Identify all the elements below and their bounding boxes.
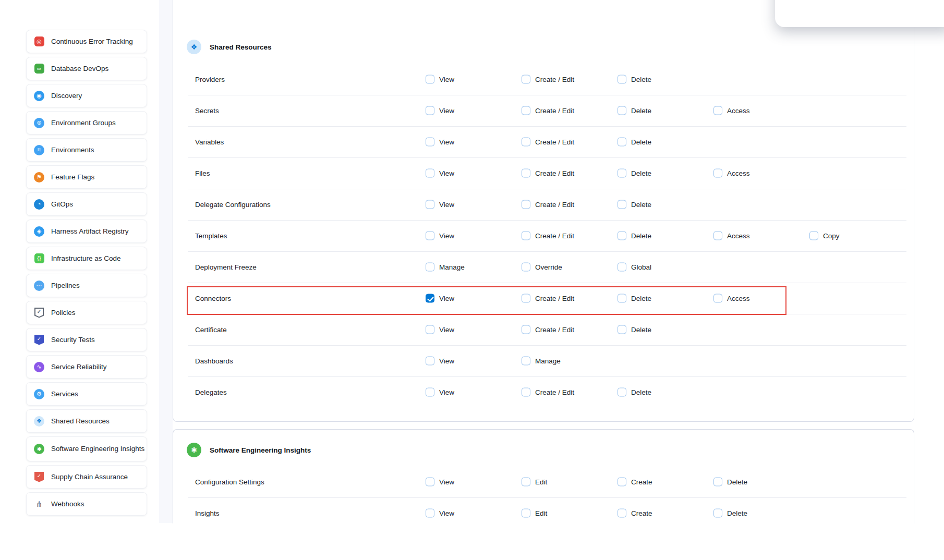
checkbox-unchecked[interactable] xyxy=(522,169,530,178)
permission-access[interactable]: Access xyxy=(713,232,750,240)
checkbox-unchecked[interactable] xyxy=(522,357,530,366)
sidebar-item-shared-resources[interactable]: ❖Shared Resources xyxy=(26,409,147,433)
permission-delete[interactable]: Delete xyxy=(618,388,651,397)
permission-delete[interactable]: Delete xyxy=(713,478,747,486)
sidebar-item-database-devops[interactable]: ∞Database DevOps xyxy=(26,57,147,80)
checkbox-unchecked[interactable] xyxy=(522,263,530,272)
permission-view[interactable]: View xyxy=(426,232,454,240)
permission-create-edit[interactable]: Create / Edit xyxy=(522,200,574,209)
checkbox-unchecked[interactable] xyxy=(426,388,434,397)
permission-view[interactable]: View xyxy=(426,106,454,115)
sidebar-item-policies[interactable]: ✓Policies xyxy=(26,301,147,324)
permission-create[interactable]: Create xyxy=(618,509,652,518)
permission-access[interactable]: Access xyxy=(713,169,750,178)
permission-delete[interactable]: Delete xyxy=(618,325,651,334)
checkbox-unchecked[interactable] xyxy=(618,138,626,147)
checkbox-unchecked[interactable] xyxy=(713,232,722,240)
permission-view[interactable]: View xyxy=(426,388,454,397)
checkbox-unchecked[interactable] xyxy=(713,169,722,178)
sidebar-item-software-engineering-insights[interactable]: ✱Software Engineering Insights xyxy=(26,436,147,461)
permission-access[interactable]: Access xyxy=(713,294,750,303)
checkbox-unchecked[interactable] xyxy=(522,138,530,147)
checkbox-unchecked[interactable] xyxy=(426,106,434,115)
permission-create-edit[interactable]: Create / Edit xyxy=(522,75,574,84)
permission-delete[interactable]: Delete xyxy=(618,200,651,209)
sidebar-item-security-tests[interactable]: ✓Security Tests xyxy=(26,328,147,351)
permission-edit[interactable]: Edit xyxy=(522,509,547,518)
permission-delete[interactable]: Delete xyxy=(618,169,651,178)
permission-create-edit[interactable]: Create / Edit xyxy=(522,294,574,303)
sidebar-item-service-reliability[interactable]: ∿Service Reliability xyxy=(26,355,147,379)
checkbox-unchecked[interactable] xyxy=(522,509,530,518)
checkbox-unchecked[interactable] xyxy=(426,232,434,240)
sidebar-item-discovery[interactable]: ◉Discovery xyxy=(26,84,147,107)
permission-view[interactable]: View xyxy=(426,509,454,518)
checkbox-unchecked[interactable] xyxy=(426,200,434,209)
permission-override[interactable]: Override xyxy=(522,263,562,272)
permission-create-edit[interactable]: Create / Edit xyxy=(522,388,574,397)
checkbox-unchecked[interactable] xyxy=(522,294,530,303)
permission-delete[interactable]: Delete xyxy=(618,138,651,147)
checkbox-unchecked[interactable] xyxy=(618,263,626,272)
checkbox-unchecked[interactable] xyxy=(618,75,626,84)
permission-delete[interactable]: Delete xyxy=(618,75,651,84)
sidebar-item-pipelines[interactable]: ⋯Pipelines xyxy=(26,274,147,297)
checkbox-checked[interactable] xyxy=(426,294,434,303)
sidebar-item-services[interactable]: ⚙Services xyxy=(26,382,147,406)
permission-view[interactable]: View xyxy=(426,357,454,366)
checkbox-unchecked[interactable] xyxy=(713,478,722,486)
checkbox-unchecked[interactable] xyxy=(618,294,626,303)
checkbox-unchecked[interactable] xyxy=(426,357,434,366)
permission-delete[interactable]: Delete xyxy=(618,294,651,303)
permission-create-edit[interactable]: Create / Edit xyxy=(522,169,574,178)
checkbox-unchecked[interactable] xyxy=(426,169,434,178)
sidebar-item-webhooks[interactable]: ⋔Webhooks xyxy=(26,492,147,516)
checkbox-unchecked[interactable] xyxy=(618,388,626,397)
sidebar-item-gitops[interactable]: ◔GitOps xyxy=(26,192,147,216)
permission-view[interactable]: View xyxy=(426,478,454,486)
sidebar-item-continuous-error-tracking[interactable]: ◎Continuous Error Tracking xyxy=(26,30,147,53)
checkbox-unchecked[interactable] xyxy=(522,325,530,334)
permission-create-edit[interactable]: Create / Edit xyxy=(522,232,574,240)
permission-create[interactable]: Create xyxy=(618,478,652,486)
checkbox-unchecked[interactable] xyxy=(426,509,434,518)
permission-edit[interactable]: Edit xyxy=(522,478,547,486)
checkbox-unchecked[interactable] xyxy=(522,106,530,115)
permission-delete[interactable]: Delete xyxy=(618,106,651,115)
permission-manage[interactable]: Manage xyxy=(522,357,561,366)
checkbox-unchecked[interactable] xyxy=(618,106,626,115)
checkbox-unchecked[interactable] xyxy=(522,478,530,486)
permission-access[interactable]: Access xyxy=(713,106,750,115)
checkbox-unchecked[interactable] xyxy=(618,478,626,486)
checkbox-unchecked[interactable] xyxy=(426,138,434,147)
permission-copy[interactable]: Copy xyxy=(809,232,840,240)
sidebar-item-infrastructure-as-code[interactable]: {}Infrastructure as Code xyxy=(26,247,147,270)
permission-create-edit[interactable]: Create / Edit xyxy=(522,106,574,115)
checkbox-unchecked[interactable] xyxy=(522,232,530,240)
checkbox-unchecked[interactable] xyxy=(618,509,626,518)
permission-create-edit[interactable]: Create / Edit xyxy=(522,325,574,334)
checkbox-unchecked[interactable] xyxy=(618,169,626,178)
permission-view[interactable]: View xyxy=(426,200,454,209)
checkbox-unchecked[interactable] xyxy=(522,200,530,209)
permission-view[interactable]: View xyxy=(426,169,454,178)
sidebar-item-feature-flags[interactable]: ⚑Feature Flags xyxy=(26,165,147,189)
permission-create-edit[interactable]: Create / Edit xyxy=(522,138,574,147)
permission-delete[interactable]: Delete xyxy=(618,232,651,240)
checkbox-unchecked[interactable] xyxy=(426,75,434,84)
checkbox-unchecked[interactable] xyxy=(809,232,818,240)
checkbox-unchecked[interactable] xyxy=(618,325,626,334)
checkbox-unchecked[interactable] xyxy=(426,478,434,486)
permission-view[interactable]: View xyxy=(426,75,454,84)
checkbox-unchecked[interactable] xyxy=(522,388,530,397)
permission-view[interactable]: View xyxy=(426,325,454,334)
permission-manage[interactable]: Manage xyxy=(426,263,465,272)
sidebar-item-harness-artifact-registry[interactable]: ◈Harness Artifact Registry xyxy=(26,220,147,243)
checkbox-unchecked[interactable] xyxy=(618,232,626,240)
checkbox-unchecked[interactable] xyxy=(713,509,722,518)
checkbox-unchecked[interactable] xyxy=(713,294,722,303)
checkbox-unchecked[interactable] xyxy=(522,75,530,84)
permission-view[interactable]: View xyxy=(426,294,454,303)
sidebar-item-environment-groups[interactable]: ⊚Environment Groups xyxy=(26,111,147,135)
permission-view[interactable]: View xyxy=(426,138,454,147)
